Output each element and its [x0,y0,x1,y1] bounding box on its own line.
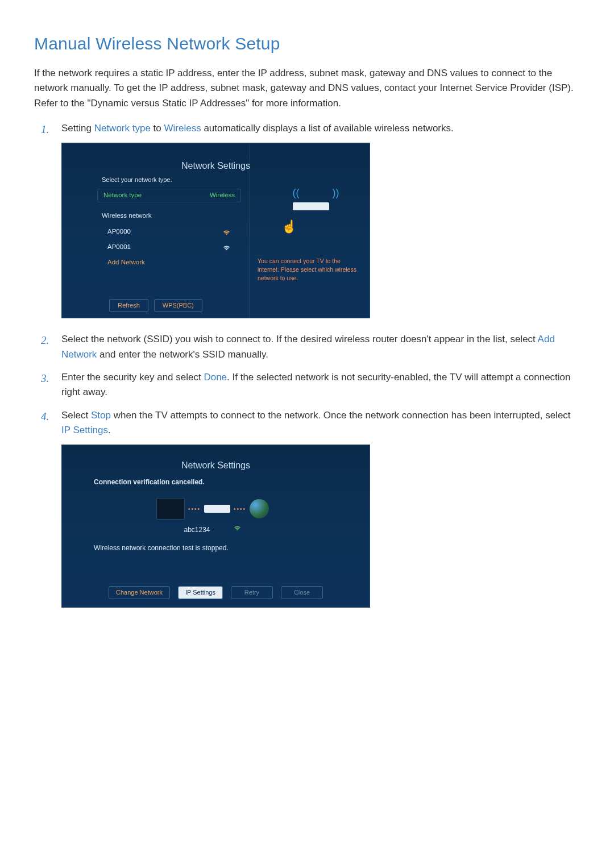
retry-button[interactable]: Retry [231,586,273,599]
step-4: Select Stop when the TV attempts to conn… [41,408,580,608]
step-3-text-a: Enter the security key and select [61,372,204,383]
add-network-label: Add Network [107,258,145,268]
keyword-network-type: Network type [94,123,151,134]
connection-diagram: •••• •••• [153,492,272,526]
step-1: Setting Network type to Wireless automat… [41,121,580,318]
wifi-secure-icon [222,229,231,235]
globe-icon [250,499,269,518]
connection-illustration: (( )) ☝ [270,177,350,234]
wifi-ssid-ap0001: AP0001 [107,242,131,252]
tv-icon [156,498,185,520]
connection-dots-2: •••• [234,505,246,514]
hand-icon: ☝ [281,217,297,236]
step-2-text-a: Select the network (SSID) you wish to co… [61,334,538,344]
wps-pbc-button[interactable]: WPS(PBC) [154,299,202,312]
connection-dots-1: •••• [188,505,201,514]
signal-right-icon: )) [333,185,339,201]
network-type-row[interactable]: Network type Wireless [97,189,241,202]
connected-ssid: abc1234 [184,525,210,535]
wireless-network-section-label: Wireless network [102,209,152,223]
add-network-item[interactable]: Add Network [97,256,241,269]
network-type-value: Wireless [210,190,235,201]
wifi-icon [222,244,231,251]
router-icon-2 [204,505,230,513]
intro-paragraph: If the network requires a static IP addr… [34,66,580,111]
step-1-text-c: automatically displays a list of availab… [201,123,454,134]
dialog-hint: Select your network type. [102,175,172,185]
change-network-button[interactable]: Change Network [109,586,170,599]
refresh-button[interactable]: Refresh [109,299,148,312]
keyword-stop: Stop [91,410,111,421]
cancelled-message: Connection verification cancelled. [94,477,205,488]
keyword-done: Done [204,372,227,383]
wifi-item-ap0001[interactable]: AP0001 [97,240,241,254]
page-title: Manual Wireless Network Setup [34,34,580,53]
step-1-text-a: Setting [61,123,94,134]
signal-left-icon: (( [293,185,300,201]
wifi-status-icon [233,525,242,531]
screenshot-connection-cancelled: Network Settings Connection verification… [61,445,370,608]
router-icon [293,202,329,210]
step-1-text-b: to [151,123,164,134]
keyword-wireless: Wireless [164,123,201,134]
step-2: Select the network (SSID) you wish to co… [41,332,580,362]
ip-settings-button[interactable]: IP Settings [178,586,223,599]
step-4-text-b: when the TV attempts to connect to the n… [111,410,571,421]
screenshot-network-selection: Network Settings Select your network typ… [61,143,370,318]
step-3: Enter the security key and select Done. … [41,370,580,400]
step-4-text-c: . [108,425,111,435]
network-type-label: Network type [103,190,142,201]
dialog-title-2: Network Settings [62,459,370,473]
wifi-item-ap0000[interactable]: AP0000 [97,225,241,239]
close-button[interactable]: Close [281,586,323,599]
step-4-text-a: Select [61,410,91,421]
stopped-message: Wireless network connection test is stop… [94,543,229,554]
keyword-ip-settings: IP Settings [61,425,108,435]
wifi-ssid-ap0000: AP0000 [107,227,131,237]
dialog-side-description: You can connect your TV to the internet.… [258,257,362,282]
step-2-text-b: and enter the network's SSID manually. [97,349,268,360]
